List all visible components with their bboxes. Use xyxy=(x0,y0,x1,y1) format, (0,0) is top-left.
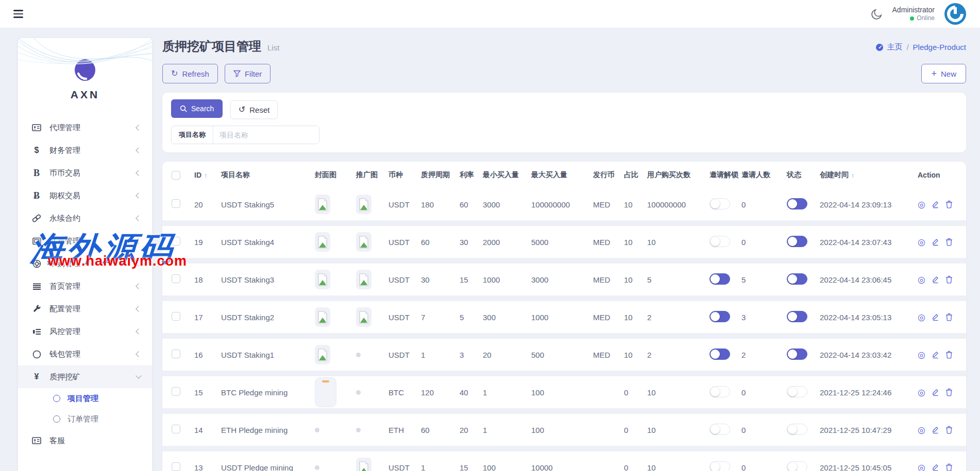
delete-icon[interactable] xyxy=(945,351,953,359)
cell-cover-image[interactable] xyxy=(315,307,356,327)
breadcrumb-home-link[interactable]: 主页 xyxy=(875,42,902,52)
view-icon[interactable]: ◎ xyxy=(918,313,925,322)
invite-unlock-toggle[interactable] xyxy=(709,198,730,210)
row-checkbox[interactable] xyxy=(172,274,180,283)
delete-icon[interactable] xyxy=(945,238,953,246)
header-created-time[interactable]: 创建时间↑ xyxy=(820,170,918,180)
header-id[interactable]: ID↑ xyxy=(194,171,221,179)
status-toggle[interactable] xyxy=(787,198,807,210)
cell-promo-image[interactable] xyxy=(356,307,388,327)
row-checkbox[interactable] xyxy=(172,312,180,321)
reset-button[interactable]: ↺ Reset xyxy=(230,100,278,119)
sidebar-item-pledge-mining[interactable]: ¥ 质押挖矿 xyxy=(18,365,152,388)
sidebar-item-perpetual[interactable]: 永续合约 xyxy=(18,207,152,230)
sidebar-item-homepage[interactable]: 首页管理 xyxy=(18,275,152,298)
status-toggle[interactable] xyxy=(787,424,807,435)
cell-promo-image[interactable] xyxy=(356,353,388,357)
cell-promo-image[interactable] xyxy=(356,458,388,471)
invite-unlock-toggle[interactable] xyxy=(709,424,730,435)
invite-unlock-toggle[interactable] xyxy=(709,236,730,247)
sidebar-item-wallet[interactable]: 钱包管理 xyxy=(18,343,152,365)
view-icon[interactable]: ◎ xyxy=(918,426,925,434)
row-checkbox[interactable] xyxy=(172,350,180,358)
sidebar-subitem-project-management[interactable]: 项目管理 xyxy=(18,388,152,409)
status-toggle[interactable] xyxy=(787,273,807,285)
sidebar-item-customer-service[interactable]: 客服 xyxy=(18,429,152,452)
toggle-knob xyxy=(788,312,797,321)
edit-icon[interactable] xyxy=(932,238,939,246)
select-all-checkbox[interactable] xyxy=(172,171,180,180)
row-checkbox[interactable] xyxy=(172,237,180,246)
sidebar-item-finance[interactable]: $ 财务管理 xyxy=(18,139,152,162)
view-icon[interactable]: ◎ xyxy=(918,200,925,209)
cell-promo-image[interactable] xyxy=(356,195,388,214)
cell-promo-image[interactable] xyxy=(356,232,388,252)
sidebar-item-agent[interactable]: 代理管理 xyxy=(18,116,152,139)
cell-cover-image[interactable] xyxy=(315,232,356,252)
project-name-input[interactable] xyxy=(213,126,319,144)
edit-icon[interactable] xyxy=(932,463,939,471)
invite-unlock-toggle[interactable] xyxy=(709,273,730,285)
delete-icon[interactable] xyxy=(945,463,953,471)
breadcrumb-current: Pledge-Product xyxy=(913,43,966,51)
row-checkbox[interactable] xyxy=(172,462,180,471)
edit-icon[interactable] xyxy=(932,351,939,359)
search-button[interactable]: Search xyxy=(171,99,223,118)
cell-cover-image[interactable] xyxy=(315,195,356,214)
cell-cover-image[interactable] xyxy=(315,345,356,364)
sidebar-item-spot-trade[interactable]: B 币币交易 xyxy=(18,162,152,184)
delete-icon[interactable] xyxy=(945,426,953,434)
sidebar-item-risk-control[interactable]: 风控管理 xyxy=(18,320,152,343)
edit-icon[interactable] xyxy=(932,275,939,284)
sidebar-item-subscription[interactable]: 申购管理 xyxy=(18,252,152,275)
delete-icon[interactable] xyxy=(945,313,953,321)
sidebar-item-label: 代理管理 xyxy=(49,123,80,133)
status-toggle[interactable] xyxy=(787,236,807,247)
sidebar-item-config[interactable]: 配置管理 xyxy=(18,298,152,320)
image-placeholder-dot xyxy=(315,428,319,432)
filter-button[interactable]: Filter xyxy=(225,64,271,83)
edit-icon[interactable] xyxy=(932,388,939,396)
invite-unlock-toggle[interactable] xyxy=(709,348,730,360)
view-icon[interactable]: ◎ xyxy=(918,275,925,284)
cell-cover-image[interactable] xyxy=(315,270,356,289)
new-button[interactable]: + New xyxy=(921,64,966,83)
view-icon[interactable]: ◎ xyxy=(918,463,925,471)
delete-icon[interactable] xyxy=(945,275,953,284)
status-toggle[interactable] xyxy=(787,348,807,360)
view-icon[interactable]: ◎ xyxy=(918,238,925,247)
view-icon[interactable]: ◎ xyxy=(918,388,925,397)
table-row: 20 USDT Staking5 USDT 180 60 3000 100000… xyxy=(162,188,966,220)
menu-toggle-icon[interactable] xyxy=(13,10,23,18)
invite-unlock-toggle[interactable] xyxy=(709,311,730,322)
invite-unlock-toggle[interactable] xyxy=(709,386,730,397)
sidebar-subitem-order-management[interactable]: 订单管理 xyxy=(18,409,152,429)
edit-icon[interactable] xyxy=(932,426,939,434)
row-checkbox[interactable] xyxy=(172,387,180,396)
sidebar-item-options-trade[interactable]: Ƀ 期权交易 xyxy=(18,184,152,207)
dark-mode-icon[interactable] xyxy=(871,8,883,20)
status-toggle[interactable] xyxy=(787,386,807,397)
cell-promo-image[interactable] xyxy=(356,390,388,395)
status-toggle[interactable] xyxy=(787,461,807,471)
cell-cover-image[interactable] xyxy=(315,465,356,470)
row-checkbox[interactable] xyxy=(172,425,180,433)
status-toggle[interactable] xyxy=(787,311,807,322)
edit-icon[interactable] xyxy=(932,313,939,321)
table-row: 18 USDT Staking3 USDT 30 15 1000 3000 ME… xyxy=(162,264,966,295)
sidebar-item-articles[interactable]: 文章管理 xyxy=(18,230,152,252)
avatar[interactable] xyxy=(944,3,967,25)
refresh-button[interactable]: ↻ Refresh xyxy=(162,64,218,83)
delete-icon[interactable] xyxy=(945,200,953,208)
invite-unlock-toggle[interactable] xyxy=(709,461,730,471)
row-checkbox[interactable] xyxy=(172,199,180,208)
delete-icon[interactable] xyxy=(945,388,953,396)
user-block: Administrator Online xyxy=(892,6,935,23)
broken-image-icon xyxy=(315,270,330,289)
cell-cover-image[interactable] xyxy=(315,428,356,432)
cell-promo-image[interactable] xyxy=(356,428,388,432)
cell-cover-image[interactable] xyxy=(315,377,356,407)
cell-promo-image[interactable] xyxy=(356,270,388,289)
view-icon[interactable]: ◎ xyxy=(918,351,925,359)
edit-icon[interactable] xyxy=(932,200,939,208)
